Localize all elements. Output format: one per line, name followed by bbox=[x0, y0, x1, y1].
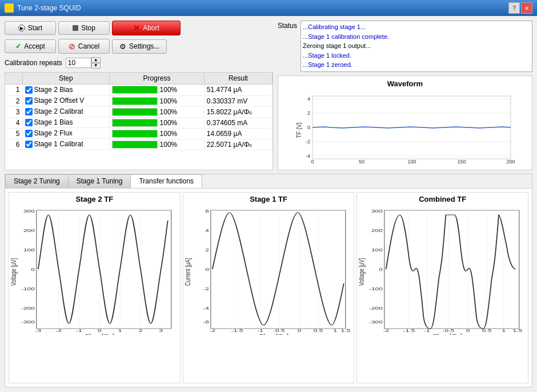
row-num: 1 bbox=[5, 85, 22, 96]
progress-fill bbox=[113, 119, 157, 126]
stop-button[interactable]: Stop bbox=[58, 21, 110, 35]
progress-pct: 100% bbox=[160, 141, 178, 149]
table-row: 6 Stage 1 Calibrat 100% 22.5071 μA/Φ₀ bbox=[5, 139, 272, 150]
waveform-title: Waveform bbox=[282, 79, 528, 88]
svg-text:-300: -300 bbox=[369, 319, 383, 325]
svg-text:-2: -2 bbox=[306, 139, 310, 145]
svg-text:0: 0 bbox=[311, 159, 314, 165]
stage1-chart: Current [μA] 6 4 2 0 -2 -4 -6 -2 -1.5 -1… bbox=[183, 203, 354, 335]
settings-button[interactable]: ⚙ Settings... bbox=[112, 39, 167, 54]
row-result: 51.4774 μA bbox=[204, 85, 272, 96]
tab-stage1-tuning[interactable]: Stage 1 Tuning bbox=[68, 174, 131, 188]
row-result: 22.5071 μA/Φ₀ bbox=[204, 139, 272, 150]
row-name: Stage 1 Bias bbox=[34, 118, 73, 126]
gear-icon: ⚙ bbox=[119, 42, 126, 51]
spinner-down[interactable]: ▼ bbox=[91, 63, 101, 69]
plot-combined-tf: Combined TF Voltage [μV] 300 200 100 0 -… bbox=[356, 192, 528, 383]
progress-pct: 100% bbox=[160, 130, 178, 138]
row-name: Stage 2 Offset V bbox=[34, 97, 85, 105]
row-num: 5 bbox=[5, 128, 22, 139]
progress-fill bbox=[113, 130, 157, 137]
status-line: Zeroing stage 1 output... bbox=[303, 41, 530, 51]
row-name: Stage 1 Calibrat bbox=[34, 140, 83, 148]
row-checkbox[interactable] bbox=[25, 108, 33, 115]
row-num: 4 bbox=[5, 117, 22, 128]
app-icon: ⚡ bbox=[5, 3, 14, 13]
svg-text:TF [V]: TF [V] bbox=[296, 122, 302, 138]
button-row-2: ✓ Accept ⊘ Cancel ⚙ Settings... bbox=[5, 39, 273, 54]
table-row: 4 Stage 1 Bias 100% 0.374605 mA bbox=[5, 117, 272, 128]
row-checkbox-wrap[interactable]: Stage 2 Calibrat bbox=[23, 106, 110, 117]
abort-button[interactable]: ✕ Abort bbox=[112, 21, 181, 35]
col-step-num bbox=[5, 73, 22, 85]
row-checkbox-wrap[interactable]: Stage 1 Bias bbox=[23, 117, 110, 128]
svg-rect-57 bbox=[210, 210, 345, 329]
row-num: 3 bbox=[5, 106, 22, 117]
progress-pct: 100% bbox=[160, 108, 178, 116]
calibration-input[interactable] bbox=[66, 58, 91, 68]
table-row: 5 Stage 2 Flux 100% 14.0659 μA bbox=[5, 128, 272, 139]
calibration-spinner[interactable]: ▲ ▼ bbox=[66, 57, 101, 69]
plot-stage2-title: Stage 2 TF bbox=[75, 195, 113, 203]
accept-button[interactable]: ✓ Accept bbox=[5, 39, 56, 53]
row-name: Stage 2 Calibrat bbox=[34, 107, 83, 115]
row-checkbox-wrap[interactable]: Stage 2 Bias bbox=[23, 85, 110, 95]
start-button[interactable]: ▶ Start bbox=[5, 21, 56, 35]
row-progress: 100% bbox=[110, 128, 205, 139]
svg-text:50: 50 bbox=[359, 159, 364, 165]
status-section: Status ...Stage 2 locked....Converged, n… bbox=[278, 21, 532, 72]
progress-fill bbox=[113, 141, 157, 148]
row-checkbox[interactable] bbox=[25, 130, 33, 137]
window-controls[interactable]: ? ✕ bbox=[508, 2, 532, 14]
plot-stage1-title: Stage 1 TF bbox=[250, 195, 287, 203]
main-window: ▶ Start Stop ✕ Abort ✓ Accept ⊘ bbox=[0, 16, 537, 392]
row-checkbox[interactable] bbox=[25, 119, 33, 126]
svg-text:200: 200 bbox=[506, 159, 515, 165]
svg-text:0: 0 bbox=[379, 267, 383, 272]
progress-bar bbox=[112, 86, 158, 94]
help-button[interactable]: ? bbox=[508, 2, 520, 14]
row-result: 15.8022 μA/Φ₀ bbox=[204, 106, 272, 117]
col-result: Result bbox=[204, 73, 272, 85]
row-result: 14.0659 μA bbox=[204, 128, 272, 139]
svg-text:Voltage [μV]: Voltage [μV] bbox=[9, 258, 17, 286]
tab-stage2-tuning[interactable]: Stage 2 Tuning bbox=[5, 174, 69, 188]
progress-bar bbox=[112, 119, 158, 127]
progress-bar bbox=[112, 108, 158, 116]
calibration-row: Calibration repeats ▲ ▼ bbox=[5, 57, 273, 69]
plot-combined-title: Combined TF bbox=[419, 195, 466, 203]
stop-icon bbox=[73, 25, 78, 31]
waveform-panel: Waveform TF [V] 4 2 0 -2 -4 bbox=[278, 75, 532, 170]
tab-transfer-functions[interactable]: Transfer functions bbox=[130, 174, 202, 188]
row-name: Stage 2 Flux bbox=[34, 129, 73, 137]
row-progress: 100% bbox=[110, 95, 205, 106]
row-progress: 100% bbox=[110, 139, 205, 150]
table-row: 1 Stage 2 Bias 100% 51.4774 μA bbox=[5, 85, 272, 96]
svg-text:Current [μA]: Current [μA] bbox=[183, 258, 191, 286]
close-button[interactable]: ✕ bbox=[521, 2, 532, 14]
row-checkbox[interactable] bbox=[25, 86, 33, 94]
svg-text:300: 300 bbox=[23, 209, 35, 214]
svg-text:4: 4 bbox=[307, 96, 310, 102]
row-progress: 100% bbox=[110, 85, 205, 96]
cancel-button[interactable]: ⊘ Cancel bbox=[58, 39, 110, 54]
row-checkbox-wrap[interactable]: Stage 2 Offset V bbox=[23, 95, 110, 106]
svg-text:200: 200 bbox=[371, 228, 383, 233]
plots-area: Stage 2 TF Voltage [μV] 300 200 100 0 -1… bbox=[5, 189, 532, 387]
row-progress: 100% bbox=[110, 106, 205, 117]
row-checkbox-wrap[interactable]: Stage 1 Calibrat bbox=[23, 139, 110, 150]
progress-bar bbox=[112, 130, 158, 138]
svg-text:0: 0 bbox=[307, 125, 310, 130]
spinner-arrows[interactable]: ▲ ▼ bbox=[91, 57, 101, 69]
row-result: 0.374605 mA bbox=[204, 117, 272, 128]
spinner-up[interactable]: ▲ bbox=[91, 57, 101, 63]
row-checkbox[interactable] bbox=[25, 141, 33, 148]
progress-pct: 100% bbox=[160, 119, 178, 127]
top-section: ▶ Start Stop ✕ Abort ✓ Accept ⊘ bbox=[5, 21, 532, 170]
stage2-chart: Voltage [μV] 300 200 100 0 -100 -200 -30… bbox=[9, 203, 180, 335]
row-checkbox[interactable] bbox=[25, 97, 33, 105]
window-title: Tune 2-stage SQUID bbox=[17, 4, 81, 12]
table-row: 3 Stage 2 Calibrat 100% 15.8022 μA/Φ₀ bbox=[5, 106, 272, 117]
row-checkbox-wrap[interactable]: Stage 2 Flux bbox=[23, 128, 110, 139]
col-progress: Progress bbox=[110, 73, 205, 85]
